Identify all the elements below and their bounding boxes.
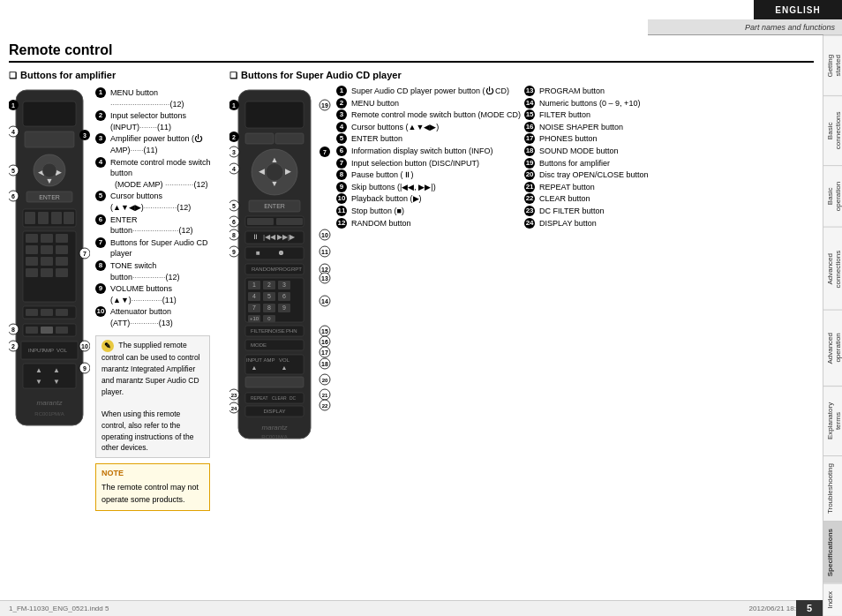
bottom-bar: 1_FM-11030_ENG_0521.indd 5 2012/06/21 18… [0,600,823,616]
svg-text:▶: ▶ [289,233,296,241]
svg-text:RPT: RPT [291,267,302,272]
svg-text:7: 7 [83,251,86,257]
side-tab-basic-operation[interactable]: Basic operation [823,165,842,227]
svg-text:21: 21 [322,393,328,398]
svg-rect-130 [245,377,304,387]
svg-rect-12 [25,212,35,224]
cd-labels-col2: 13 PROGRAM button 14 Numeric buttons (0 … [524,86,683,229]
svg-text:12: 12 [321,267,328,273]
svg-rect-88 [245,247,304,259]
cd-item-14: 14 Numeric buttons (0 – 9, +10) [524,98,683,109]
svg-text:22: 22 [322,403,328,409]
side-tab-getting-started[interactable]: Getting started [823,35,842,95]
svg-rect-25 [56,257,68,266]
svg-text:9: 9 [83,365,86,372]
svg-text:▶: ▶ [285,167,291,176]
svg-text:CLEAR: CLEAR [272,395,287,401]
svg-text:4: 4 [252,293,256,299]
svg-rect-15 [64,212,74,224]
side-tab-advanced-operation[interactable]: Advanced operation [823,310,842,386]
svg-rect-27 [41,268,53,277]
svg-text:8: 8 [11,327,15,333]
side-tab-advanced-connections[interactable]: Advanced connections [823,227,842,311]
svg-text:marantz: marantz [262,424,289,432]
svg-text:6: 6 [11,193,15,199]
svg-rect-70 [245,133,274,144]
svg-text:▲: ▲ [282,364,288,371]
amplifier-section: Buttons for amplifier ▲ ◀ [9,70,221,594]
svg-text:marantz: marantz [37,399,64,407]
cd-item-4: 4 Cursor buttons (▲▼◀▶) [336,122,521,133]
svg-rect-20 [26,245,38,254]
svg-rect-13 [38,212,49,224]
svg-rect-35 [41,327,53,334]
cd-section: Buttons for Super Audio CD player [229,70,814,594]
svg-rect-81 [247,218,274,225]
cd-item-6: 6 Information display switch button (INF… [336,146,521,157]
svg-text:19: 19 [321,102,328,109]
svg-text:MODE: MODE [251,342,267,348]
svg-text:+10: +10 [250,316,259,321]
side-tab-specifications[interactable]: Specifications [823,521,842,583]
svg-text:13: 13 [321,275,328,282]
svg-text:1: 1 [232,102,236,109]
svg-text:9: 9 [232,249,236,255]
svg-text:4: 4 [232,166,236,172]
amp-item-7: 7 Buttons for Super Audio CD player [95,237,221,259]
part-names-bar: Part names and functions [648,19,842,35]
svg-text:PHN: PHN [286,328,297,334]
svg-text:◀: ◀ [259,167,265,176]
cd-item-9: 9 Skip buttons (|◀◀, ▶▶|) [336,182,521,193]
svg-rect-24 [41,257,53,266]
svg-text:8: 8 [232,232,236,238]
svg-rect-23 [26,257,38,266]
cd-item-21: 21 REPEAT button [524,182,683,193]
svg-text:VOL: VOL [56,348,68,353]
svg-text:15: 15 [321,328,328,334]
svg-rect-69 [245,101,304,128]
svg-text:4: 4 [11,129,15,135]
note-title: NOTE [101,468,204,480]
side-tab-explanatory-terms[interactable]: Explanatory terms [823,386,842,455]
svg-text:3: 3 [83,132,86,139]
svg-rect-2 [25,131,74,147]
side-tab-index[interactable]: Index [823,583,842,616]
cd-item-13: 13 PROGRAM button [524,86,683,97]
svg-text:ENTER: ENTER [264,203,285,209]
side-tab-troubleshooting[interactable]: Troubleshooting [823,455,842,521]
side-tab-basic-connections[interactable]: Basic connections [823,95,842,165]
cd-item-5: 5 ENTER button [336,133,521,145]
cd-item-20: 20 Disc tray OPEN/CLOSE button [524,169,683,181]
svg-text:RC001M/A: RC001M/A [261,434,287,439]
svg-text:VOL: VOL [279,357,290,363]
remote-right-illustration: ▲ ◀ ▶ ▼ ENTER ⏸ [229,86,331,465]
svg-rect-30 [26,309,38,316]
svg-rect-41 [23,364,76,388]
svg-rect-21 [41,245,53,254]
svg-text:▲: ▲ [271,155,279,164]
svg-text:23: 23 [231,393,237,398]
svg-rect-82 [276,218,303,225]
page-title: Remote control [9,42,814,63]
cd-item-10: 10 Playback button (▶) [336,193,521,205]
svg-text:5: 5 [11,168,15,174]
svg-text:18: 18 [321,361,328,367]
cd-item-19: 19 Buttons for amplifier [524,158,683,169]
svg-text:⏸: ⏸ [252,233,259,241]
svg-text:20: 20 [322,378,328,383]
bottom-file-info: 1_FM-11030_ENG_0521.indd 5 [9,605,109,612]
svg-text:REPEAT: REPEAT [251,395,268,401]
svg-text:6: 6 [232,219,236,225]
svg-rect-14 [51,212,62,224]
svg-rect-1 [23,101,76,126]
svg-text:PROG: PROG [275,267,291,272]
svg-text:1: 1 [11,102,15,109]
english-badge: ENGLISH [754,0,842,19]
amp-item-2: 2 Input selector buttons (INPUT)········… [95,110,221,132]
cd-item-7: 7 Input selection button (DISC/INPUT) [336,158,521,169]
part-names-label: Part names and functions [745,23,835,32]
svg-text:17: 17 [321,349,328,356]
note-text: The remote control may not operate some … [101,482,204,507]
svg-rect-22 [56,245,68,254]
svg-text:▲: ▲ [35,366,42,374]
